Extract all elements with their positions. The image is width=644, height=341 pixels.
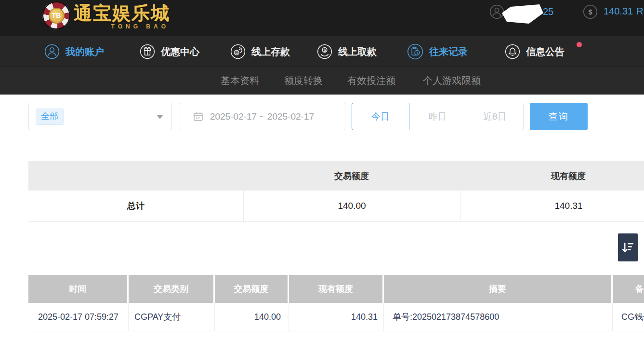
quick-range-today[interactable]: 今日 (352, 103, 409, 130)
query-button[interactable]: 查询 (530, 103, 588, 130)
col-header-remark: 备注 (613, 275, 644, 303)
cell-type: CGPAY支付 (129, 303, 215, 331)
svg-text:$: $ (324, 48, 326, 53)
col-header-time: 时间 (28, 275, 129, 303)
svg-text:$: $ (588, 8, 592, 16)
nav-item-online-withdrawal[interactable]: $ 线上取款 (317, 43, 377, 60)
summary-current-amount: 140.31 (460, 191, 644, 221)
cell-trade-amount: 140.00 (215, 303, 289, 331)
account-username[interactable]: 25 (543, 6, 553, 17)
cell-remark: CG钱包支付 (613, 303, 644, 331)
topbar: TB 通宝娱乐城 TONG BAO 25 $ 140.31R (0, 0, 644, 36)
nav-item-label: 线上存款 (251, 45, 290, 58)
summary-total-row: 总计 140.00 140.31 (28, 191, 644, 222)
transactions-table: 时间 交易类别 交易额度 现有额度 摘要 备注 2025-02-17 07:59… (28, 275, 644, 331)
subnav-item-game-limits[interactable]: 个人游戏限额 (423, 67, 481, 95)
table-row: 2025-02-17 07:59:27 CGPAY支付 140.00 140.3… (28, 303, 644, 331)
gift-icon (140, 44, 155, 59)
brand-name: 通宝娱乐城 (74, 1, 170, 26)
subnav-item-basic-info[interactable]: 基本资料 (221, 67, 259, 95)
brand-chip-monogram: TB (49, 8, 65, 24)
nav-item-label: 我的账户 (66, 45, 104, 58)
summary-header-current: 现有额度 (460, 161, 644, 191)
records-clipboard-clock-icon (407, 43, 423, 60)
balance-amount: 140.31 (604, 6, 633, 16)
nav-item-announcements[interactable]: 信息公告 (505, 43, 565, 60)
nav-item-label: 优惠中心 (161, 45, 199, 58)
calendar-icon (193, 111, 204, 122)
quick-range-group: 今日 昨日 近8日 (352, 103, 524, 130)
date-range-value: 2025-02-17 ~ 2025-02-17 (210, 111, 314, 122)
cell-current-amount: 140.31 (289, 303, 384, 331)
col-header-type: 交易类别 (129, 275, 215, 303)
col-header-summary: 摘要 (384, 275, 613, 303)
sort-button[interactable] (618, 233, 638, 261)
notification-dot (577, 42, 582, 47)
cell-time: 2025-02-17 07:59:27 (28, 303, 129, 331)
nav-item-label: 信息公告 (526, 45, 565, 58)
summary-header-row: 交易额度 现有额度 (28, 161, 644, 191)
deposit-hand-coin-icon (230, 44, 246, 59)
sub-nav: 基本资料 额度转换 有效投注额 个人游戏限额 (0, 67, 644, 95)
summary-header-trade: 交易额度 (243, 161, 460, 191)
quick-range-yesterday[interactable]: 昨日 (409, 103, 466, 130)
brand-chip-logo[interactable]: TB (42, 1, 70, 29)
dollar-icon: $ (583, 4, 598, 19)
user-circle-icon (44, 44, 60, 59)
summary-table: 交易额度 现有额度 总计 140.00 140.31 (28, 161, 644, 222)
summary-trade-amount: 140.00 (243, 191, 460, 221)
balance-currency-clipped: R (636, 6, 643, 16)
col-header-trade-amount: 交易额度 (215, 275, 289, 303)
nav-item-online-deposit[interactable]: 线上存款 (230, 43, 290, 60)
bell-icon (505, 44, 520, 59)
nav-item-transaction-records[interactable]: 往来记录 (407, 43, 468, 60)
selected-type-tag: 全部 (36, 109, 64, 125)
subnav-item-valid-bets[interactable]: 有效投注额 (347, 67, 395, 95)
summary-total-label: 总计 (28, 191, 243, 221)
subnav-item-quota-transfer[interactable]: 额度转换 (284, 67, 323, 95)
nav-item-label: 线上取款 (338, 45, 377, 58)
page: TB 通宝娱乐城 TONG BAO 25 $ 140.31R (0, 0, 644, 341)
col-header-current-amount: 现有额度 (289, 275, 384, 303)
cell-summary: 单号:202502173874578600 (384, 303, 613, 331)
sort-desc-icon (621, 241, 634, 254)
quick-range-8days[interactable]: 近8日 (466, 103, 523, 130)
type-select[interactable]: 全部 (28, 103, 172, 130)
redaction-scribble (501, 3, 543, 27)
summary-header-empty (28, 161, 243, 191)
transactions-header-row: 时间 交易类别 交易额度 现有额度 摘要 备注 (28, 275, 644, 303)
main-nav: 我的账户 优惠中心 线上存款 (0, 36, 644, 67)
account-balance[interactable]: 140.31R (604, 6, 644, 17)
caret-down-icon (157, 115, 163, 119)
nav-item-label: 往来记录 (429, 45, 468, 58)
divider (28, 143, 644, 143)
nav-item-promotions[interactable]: 优惠中心 (140, 43, 199, 60)
date-range-picker[interactable]: 2025-02-17 ~ 2025-02-17 (180, 103, 345, 130)
brand-logo[interactable]: 通宝娱乐城 TONG BAO (74, 1, 170, 30)
nav-item-my-account[interactable]: 我的账户 (44, 43, 104, 60)
withdraw-hand-dollar-icon: $ (317, 44, 332, 59)
